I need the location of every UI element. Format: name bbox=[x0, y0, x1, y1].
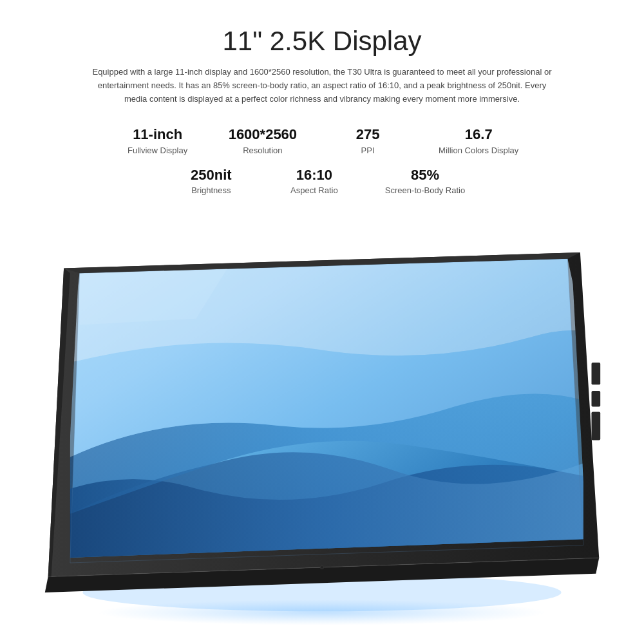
spec-item-row2-0: 250nit Brightness bbox=[179, 167, 243, 195]
spec-value: 85% bbox=[411, 167, 439, 184]
spec-item-row1-0: 11-inch Fullview Display bbox=[126, 126, 190, 155]
specs-row-1: 11-inch Fullview Display 1600*2560 Resol… bbox=[126, 126, 519, 155]
svg-rect-10 bbox=[591, 391, 600, 406]
spec-value: 16:10 bbox=[296, 167, 332, 184]
spec-item-row1-1: 1600*2560 Resolution bbox=[229, 126, 297, 155]
page-wrapper: 11" 2.5K Display Equipped with a large 1… bbox=[0, 0, 644, 644]
spec-label: PPI bbox=[361, 146, 375, 155]
svg-rect-9 bbox=[591, 363, 600, 384]
spec-value: 1600*2560 bbox=[229, 126, 297, 143]
spec-value: 250nit bbox=[191, 167, 232, 184]
spec-item-row1-3: 16.7 Million Colors Display bbox=[439, 126, 518, 155]
spec-value: 11-inch bbox=[133, 126, 182, 143]
spec-value: 275 bbox=[356, 126, 380, 143]
spec-label: Fullview Display bbox=[128, 146, 187, 155]
tablet-section bbox=[39, 226, 605, 644]
spec-item-row2-2: 85% Screen-to-Body Ratio bbox=[385, 167, 465, 195]
main-title: 11" 2.5K Display bbox=[222, 26, 421, 57]
tablet-image bbox=[39, 232, 605, 612]
spec-label: Brightness bbox=[191, 185, 231, 195]
spec-label: Resolution bbox=[243, 146, 282, 155]
specs-row-2: 250nit Brightness 16:10 Aspect Ratio 85%… bbox=[179, 167, 465, 195]
svg-rect-11 bbox=[591, 412, 600, 440]
description-text: Equipped with a large 11-inch display an… bbox=[90, 66, 554, 106]
tablet-wrapper bbox=[39, 232, 605, 612]
spec-value: 16.7 bbox=[465, 126, 493, 143]
svg-point-8 bbox=[321, 566, 323, 569]
spec-item-row2-1: 16:10 Aspect Ratio bbox=[282, 167, 346, 195]
tablet-shadow bbox=[95, 600, 549, 625]
specs-grid: 11-inch Fullview Display 1600*2560 Resol… bbox=[39, 126, 605, 207]
spec-label: Aspect Ratio bbox=[290, 185, 338, 195]
spec-item-row1-2: 275 PPI bbox=[336, 126, 400, 155]
spec-label: Million Colors Display bbox=[439, 146, 518, 155]
spec-label: Screen-to-Body Ratio bbox=[385, 185, 465, 195]
